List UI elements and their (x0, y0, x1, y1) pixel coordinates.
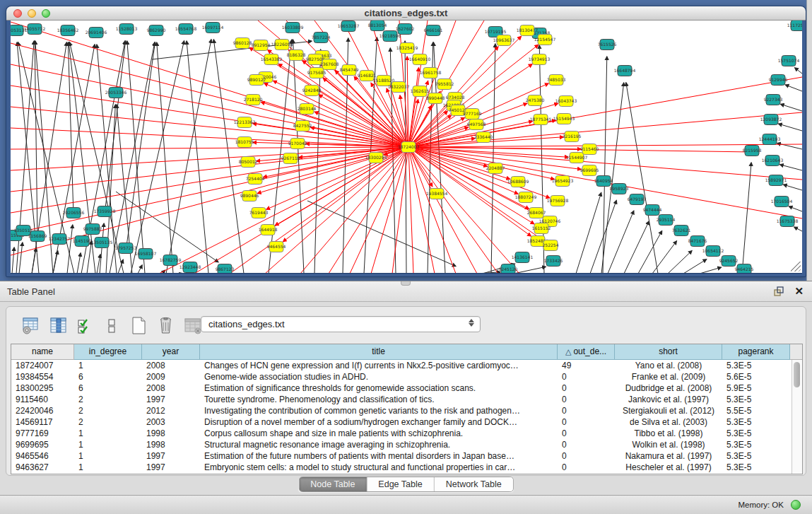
cell-name[interactable]: 14569117 (11, 416, 74, 428)
edge[interactable] (785, 85, 802, 91)
cell-year[interactable]: 1998 (142, 428, 200, 439)
cell-short[interactable]: Dudbridge et al. (2008) (615, 382, 722, 394)
cell-out_de[interactable]: 0 (558, 428, 615, 439)
window-titlebar[interactable]: citations_edges.txt (6, 6, 806, 21)
edge[interactable] (12, 247, 14, 274)
selected-edge[interactable] (11, 147, 408, 234)
cell-name[interactable]: 18724007 (11, 360, 74, 371)
cell-pagerank[interactable]: 5.3E-5 (722, 416, 790, 428)
cell-short[interactable]: Wolkin et al. (1998) (615, 439, 722, 450)
column-header-year[interactable]: year (142, 344, 200, 360)
selected-edge[interactable] (11, 147, 408, 255)
selected-edge[interactable] (408, 147, 477, 274)
close-panel-icon[interactable]: ✕ (794, 286, 804, 297)
cell-name[interactable]: 9699695 (11, 439, 74, 450)
show-columns-icon[interactable] (49, 316, 68, 335)
edge[interactable] (110, 42, 155, 274)
cell-year[interactable]: 1998 (142, 439, 200, 450)
cell-year[interactable]: 2003 (142, 416, 200, 428)
cell-pagerank[interactable]: 5.5E-5 (722, 405, 790, 416)
selected-edge[interactable] (11, 147, 408, 192)
column-header-out_de[interactable]: △out_de... (558, 344, 615, 360)
tab-node-table[interactable]: Node Table (299, 477, 367, 491)
edge[interactable] (68, 42, 73, 216)
cell-in_degree[interactable]: 2 (74, 416, 142, 428)
cell-title[interactable]: Estimation of the future numbers of pati… (200, 450, 558, 462)
edge[interactable] (105, 41, 126, 214)
column-header-in_degree[interactable]: in_degree (74, 344, 142, 360)
cell-out_de[interactable]: 0 (558, 416, 615, 428)
cell-pagerank[interactable]: 5.3E-5 (722, 360, 790, 371)
cell-title[interactable]: Embryonic stem cells: a model to study s… (200, 462, 558, 473)
cell-title[interactable]: Tourette syndrome. Phenomenology and cla… (200, 394, 558, 405)
column-header-pagerank[interactable]: pagerank (722, 344, 790, 360)
cell-short[interactable]: Stergiakouli et al. (2012) (615, 405, 722, 416)
cell-title[interactable]: Estimation of significance thresholds fo… (200, 382, 558, 394)
cell-out_de[interactable]: 49 (558, 360, 615, 371)
edge[interactable] (77, 253, 81, 274)
cell-out_de[interactable]: 0 (558, 450, 615, 462)
cell-pagerank[interactable]: 5.3E-5 (722, 428, 790, 439)
edge[interactable] (307, 201, 456, 267)
edge[interactable] (795, 68, 802, 74)
selected-edge[interactable] (350, 147, 408, 274)
cell-name[interactable]: 9777169 (11, 428, 74, 439)
edge[interactable] (700, 267, 721, 274)
selected-edge[interactable] (265, 147, 408, 274)
float-panel-icon[interactable] (773, 286, 784, 297)
cell-title[interactable]: Disruption of a novel member of a sodium… (200, 416, 558, 428)
citation-network-graph[interactable]: 1905313114055712183564622069140611528013… (11, 21, 802, 274)
cell-name[interactable]: 9115460 (11, 394, 74, 405)
cell-in_degree[interactable]: 2 (74, 405, 142, 416)
cell-short[interactable]: Franke et al. (2009) (615, 371, 722, 382)
edge[interactable] (683, 259, 707, 274)
selected-edge[interactable] (329, 147, 408, 274)
splitter-handle[interactable] (401, 281, 411, 286)
delete-table-icon[interactable] (183, 316, 202, 335)
selected-edge[interactable] (11, 147, 408, 170)
edge[interactable] (576, 193, 601, 274)
cell-title[interactable]: Genome-wide association studies in ADHD. (200, 371, 558, 382)
table-row[interactable]: 946554611997Estimation of the future num… (11, 450, 802, 462)
cell-in_degree[interactable]: 1 (74, 428, 142, 439)
edge[interactable] (157, 42, 173, 274)
edge[interactable] (608, 211, 634, 274)
table-selector-dropdown[interactable]: citations_edges.txt (201, 316, 481, 332)
network-view-window[interactable]: citations_edges.txt 19053131140557121835… (6, 6, 806, 277)
selected-edge[interactable] (408, 68, 418, 147)
cell-out_de[interactable]: 0 (558, 439, 615, 450)
network-canvas[interactable]: 1905313114055712183564622069140611528013… (11, 21, 802, 274)
cell-title[interactable]: Structural magnetic resonance image aver… (200, 439, 558, 450)
edge[interactable] (789, 206, 802, 211)
column-header-title[interactable]: title (200, 344, 558, 360)
cell-name[interactable]: 9465546 (11, 450, 74, 462)
edge[interactable] (19, 243, 23, 274)
edge[interactable] (491, 44, 495, 274)
cell-in_degree[interactable]: 6 (74, 371, 142, 382)
cell-short[interactable]: Hescheler et al. (1997) (615, 462, 722, 473)
table-row[interactable]: 969969511998Structural magnetic resonanc… (11, 439, 802, 450)
selected-edge[interactable] (159, 147, 408, 274)
cell-pagerank[interactable]: 5.6E-5 (722, 371, 790, 382)
table-row[interactable]: 977716911998Corpus callosum shape and si… (11, 428, 802, 439)
cell-year[interactable]: 1997 (142, 462, 200, 473)
edge[interactable] (603, 57, 607, 274)
memory-status-indicator[interactable] (791, 500, 801, 510)
cell-year[interactable]: 2012 (142, 405, 200, 416)
cell-out_de[interactable]: 0 (558, 462, 615, 473)
cell-out_de[interactable]: 0 (558, 382, 615, 394)
table-row[interactable]: 1830029562008Estimation of significance … (11, 382, 802, 394)
delete-column-icon[interactable] (156, 316, 175, 335)
cell-year[interactable]: 1997 (142, 394, 200, 405)
selected-edge[interactable] (408, 147, 456, 274)
cell-year[interactable]: 2008 (142, 360, 200, 371)
cell-pagerank[interactable]: 5.3E-5 (722, 462, 790, 473)
edge[interactable] (779, 124, 802, 131)
cell-pagerank[interactable]: 5.3E-5 (722, 450, 790, 462)
cell-title[interactable]: Changes of HCN gene expression and I(f) … (200, 360, 558, 371)
cell-pagerank[interactable]: 5.3E-5 (722, 439, 790, 450)
cell-in_degree[interactable]: 1 (74, 439, 142, 450)
edge[interactable] (53, 251, 58, 274)
cell-year[interactable]: 2008 (142, 382, 200, 394)
cell-pagerank[interactable]: 5.3E-5 (722, 394, 790, 405)
